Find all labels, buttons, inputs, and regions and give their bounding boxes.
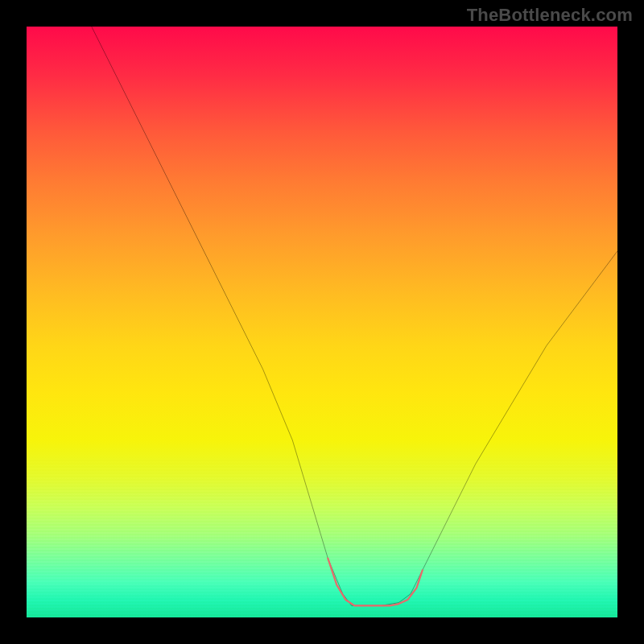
chart-frame: TheBottleneck.com — [0, 0, 644, 644]
bottleneck-curve — [92, 27, 617, 605]
watermark-label: TheBottleneck.com — [467, 5, 633, 26]
valley-highlight — [328, 559, 422, 606]
plot-area — [27, 27, 617, 617]
curve-layer — [27, 27, 617, 617]
